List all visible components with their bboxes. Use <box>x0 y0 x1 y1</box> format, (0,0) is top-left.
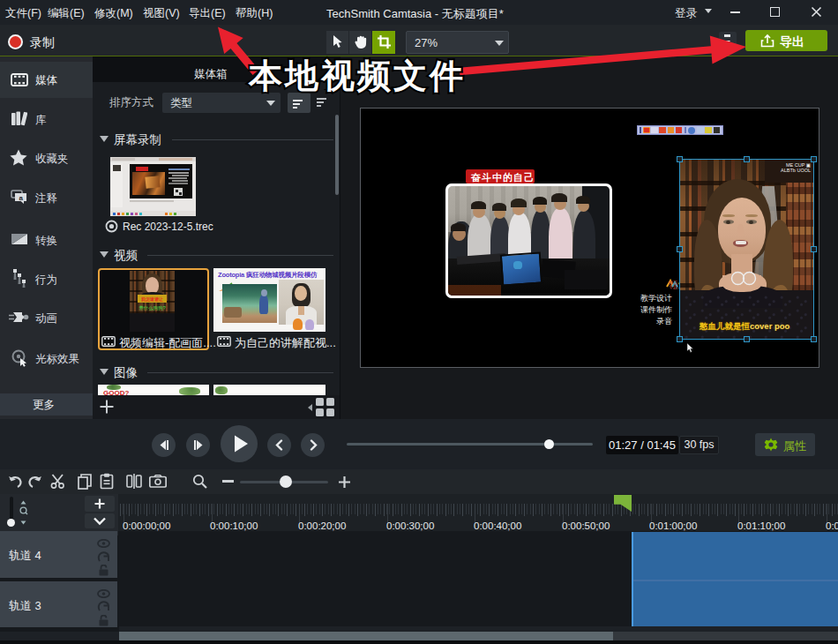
svg-text:a: a <box>19 194 24 202</box>
